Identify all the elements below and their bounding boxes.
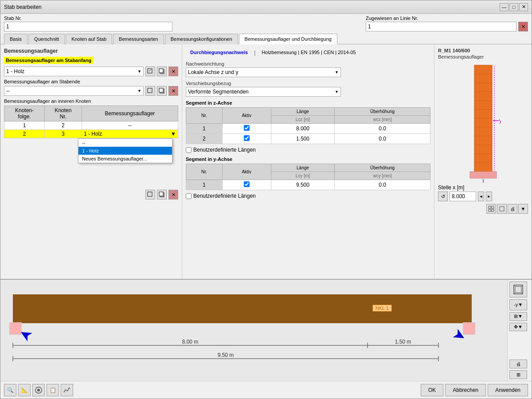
tab-konfigurationen[interactable]: Bemessungskonfigurationen	[165, 34, 238, 44]
custom-lengths-y-checkbox[interactable]	[186, 193, 192, 199]
cell-uberhoehung-y1: 0.0	[335, 180, 430, 190]
svg-rect-30	[492, 206, 494, 208]
checkbox-aktiv-y1[interactable]	[244, 181, 250, 187]
right-view-btn1[interactable]	[486, 204, 496, 214]
right-panel: R_M1 140/600 Bemessungsauflager	[434, 44, 532, 279]
inner-delete-btn[interactable]: ✕	[168, 190, 178, 200]
ok-button[interactable]: OK	[421, 384, 443, 396]
cross-section-svg: y z	[466, 63, 501, 183]
th-aktiv-z: Aktiv	[222, 108, 271, 124]
svg-rect-6	[159, 88, 163, 92]
view-axis-btn[interactable]: -y▼	[509, 299, 527, 310]
tab-bemessungsarten[interactable]: Bemessungsarten	[113, 34, 164, 44]
dropdown-item-new[interactable]: Neues Bemessungsauflager...	[78, 155, 172, 163]
view-3d-btn[interactable]	[509, 282, 527, 297]
right-print-btn[interactable]: 🖨	[508, 204, 517, 214]
tab-basis[interactable]: Basis	[4, 34, 27, 44]
stelle-next-btn[interactable]: ►	[486, 192, 492, 201]
inner-copy-btn[interactable]	[157, 190, 167, 200]
stabende-copy-btn[interactable]	[157, 86, 167, 96]
table-row[interactable]: 2 1.500 0.0	[186, 134, 430, 144]
cell-aktiv-z1[interactable]	[222, 124, 271, 134]
stelle-prev-btn[interactable]: ◄	[478, 192, 484, 201]
toolbar-search-btn[interactable]: 🔍	[4, 384, 16, 396]
cell-ba-2[interactable]: 1 - Holz ▼	[82, 130, 178, 138]
view-zoom-btn[interactable]: ⊞▼	[509, 312, 527, 321]
main-content: Bemessungsauflager Bemessungsauflager am…	[0, 44, 532, 279]
stabende-delete-btn[interactable]: ✕	[168, 86, 178, 96]
th-uberhoehung-z: Überhöhung	[335, 108, 430, 116]
custom-lengths-z-label: Benutzerdefinierte Längen	[193, 147, 256, 153]
stabanfang-label: Bemessungsauflager am Stabanfang	[4, 57, 93, 64]
zugewiesen-input[interactable]	[366, 22, 516, 31]
grid-icon	[488, 206, 494, 212]
stab-nr-input[interactable]	[4, 22, 172, 31]
svg-rect-7	[148, 192, 152, 196]
stabende-combo[interactable]: -- ▼	[4, 86, 144, 96]
table-row[interactable]: 1 8.000 0.0	[186, 124, 430, 134]
stabanfang-edit-btn[interactable]	[145, 66, 155, 76]
cell-aktiv-y1[interactable]	[222, 180, 271, 190]
stelle-row: Stelle x [m]	[438, 184, 528, 191]
toolbar-print-btn[interactable]: 📋	[47, 384, 59, 396]
cancel-button[interactable]: Abbrechen	[445, 384, 486, 396]
tab-querschnitt[interactable]: Querschnitt	[28, 34, 65, 44]
edit-icon3	[147, 192, 153, 198]
toolbar-measure-btn[interactable]: 📐	[18, 384, 31, 396]
tab-knoten[interactable]: Knoten auf Stab	[66, 34, 112, 44]
right-dropdown-btn[interactable]: ▼	[518, 204, 528, 214]
stabanfang-row: 1 - Holz ▼ ✕	[4, 66, 178, 76]
dropdown-item-empty[interactable]: --	[78, 139, 172, 147]
view-bottom-extra[interactable]: ⊞	[509, 370, 527, 379]
inner-edit-btn[interactable]	[145, 190, 155, 200]
nachweisrichtung-combo[interactable]: Lokale Achse z und y ▼	[186, 67, 341, 77]
nachweisrichtung-field: Nachweisrichtung Lokale Achse z und y ▼	[186, 61, 430, 77]
segment-z-section: Segment in z-Achse Nr. Aktiv Länge Überh…	[186, 100, 430, 153]
right-view-btn2[interactable]	[497, 204, 507, 214]
stelle-input-row: ↺ ◄ ►	[438, 192, 528, 201]
toolbar-extra-btn[interactable]	[61, 384, 73, 396]
dropdown-item-holz[interactable]: 1 - Holz	[78, 147, 172, 155]
stelle-refresh-btn[interactable]: ↺	[438, 192, 448, 201]
svg-line-1	[149, 70, 151, 71]
table-row[interactable]: 1 9.500 0.0	[186, 180, 430, 190]
th-wcy: wcy [mm]	[335, 172, 430, 180]
knoten-table: Knoten-folge. KnotenNr. Bemessungsauflag…	[4, 106, 178, 138]
verschiebungsbezug-combo[interactable]: Verformte Segmentenden ▼	[186, 87, 341, 97]
inner-knoten-label: Bemessungsauflager an inneren Knoten	[4, 98, 178, 104]
copy-icon	[159, 68, 165, 74]
tab-auflager[interactable]: Bemessungsauflager und Durchbiegung	[239, 34, 337, 44]
segment-z-table: Nr. Aktiv Länge Überhöhung Lcz [m] wcz […	[186, 107, 430, 144]
maximize-button[interactable]: □	[509, 3, 518, 11]
cell-aktiv-z2[interactable]	[222, 134, 271, 144]
verschiebungsbezug-arrow: ▼	[335, 90, 339, 94]
th-nr-z: Nr.	[186, 108, 223, 124]
cell-nr-z1: 1	[186, 124, 223, 134]
stab-nr-group: Stab Nr.	[4, 16, 172, 31]
close-button[interactable]: ✕	[519, 3, 528, 11]
stabanfang-copy-btn[interactable]	[157, 66, 167, 76]
apply-button[interactable]: Anwenden	[488, 384, 528, 396]
stabanfang-combo[interactable]: 1 - Holz ▼	[4, 66, 144, 76]
minimize-button[interactable]: —	[500, 3, 509, 11]
table-row[interactable]: 1 2 --	[4, 121, 178, 130]
checkbox-aktiv-z2[interactable]	[244, 135, 250, 141]
custom-lengths-z-checkbox[interactable]	[186, 147, 192, 153]
nachweis-tab-holz[interactable]: Holzbemessung | EN 1995 | CEN | 2014-05	[257, 48, 360, 58]
table-row[interactable]: 2 3 1 - Holz ▼	[4, 130, 178, 138]
view-pan-btn[interactable]: ✥▼	[509, 323, 527, 332]
toolbar-node-btn[interactable]	[32, 384, 45, 396]
edit-icon	[147, 68, 153, 74]
stab-nr-label: Stab Nr.	[4, 16, 172, 21]
nachweis-header: Durchbiegungsnachweis | Holzbemessung | …	[186, 48, 430, 58]
stabanfang-delete-btn[interactable]: ✕	[168, 66, 178, 76]
view-bottom-print[interactable]: 🖨	[509, 360, 527, 368]
zugewiesen-clear-button[interactable]: ✕	[518, 22, 528, 31]
edit-icon2	[147, 88, 153, 94]
right-panel-icons: 🖨 ▼	[438, 204, 528, 214]
stabende-edit-btn[interactable]	[145, 86, 155, 96]
svg-text:y: y	[499, 117, 501, 124]
checkbox-aktiv-z1[interactable]	[244, 125, 250, 131]
nachweis-tab-durchbiegung[interactable]: Durchbiegungsnachweis	[186, 48, 252, 58]
stelle-input[interactable]	[450, 192, 476, 201]
